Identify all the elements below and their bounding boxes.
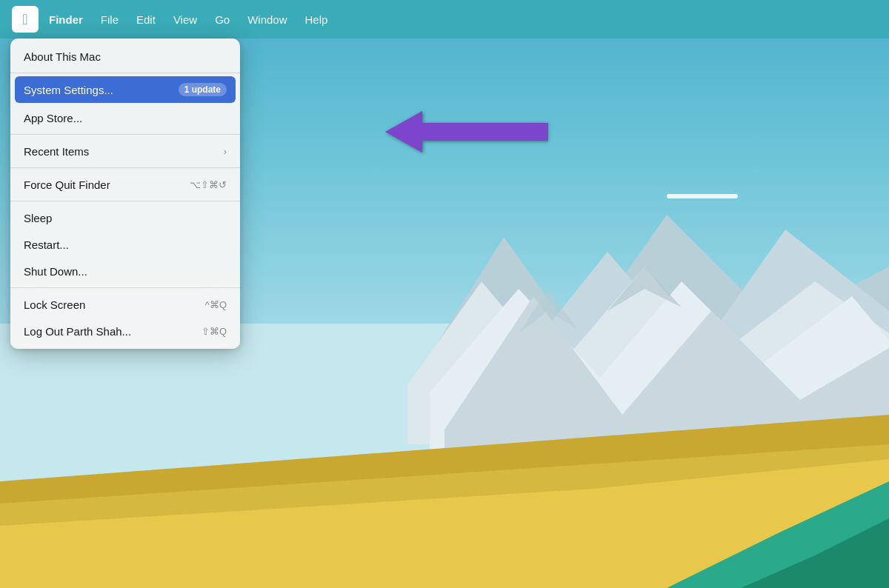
menu-item-restart[interactable]: Restart... bbox=[10, 231, 240, 258]
svg-marker-8 bbox=[667, 481, 889, 588]
menubar-item-view[interactable]: View bbox=[166, 10, 204, 29]
svg-marker-12 bbox=[385, 111, 548, 153]
arrow-icon bbox=[385, 110, 548, 154]
menu-item-shut-down-label: Shut Down... bbox=[24, 265, 87, 278]
menu-item-log-out[interactable]: Log Out Parth Shah... ⇧⌘Q bbox=[10, 318, 240, 344]
menubar-item-window[interactable]: Window bbox=[240, 10, 294, 29]
menu-item-about-label: About This Mac bbox=[24, 50, 101, 63]
menu-item-app-store[interactable]: App Store... bbox=[10, 104, 240, 131]
svg-marker-4 bbox=[444, 296, 889, 481]
menubar-item-help[interactable]: Help bbox=[298, 10, 336, 29]
menu-item-lock-screen-shortcut: ^⌘Q bbox=[205, 299, 227, 310]
menu-item-log-out-shortcut: ⇧⌘Q bbox=[202, 326, 227, 337]
menubar-item-finder[interactable]: Finder bbox=[41, 10, 90, 29]
menu-item-lock-screen[interactable]: Lock Screen ^⌘Q bbox=[10, 291, 240, 318]
menu-item-restart-label: Restart... bbox=[24, 238, 69, 251]
menu-item-sleep[interactable]: Sleep bbox=[10, 204, 240, 231]
update-badge: 1 update bbox=[179, 83, 227, 96]
menubar-items: Finder File Edit View Go Window Help bbox=[41, 10, 335, 29]
menu-item-system-settings-label: System Settings... bbox=[24, 84, 113, 96]
menu-item-force-quit[interactable]: Force Quit Finder ⌥⇧⌘↺ bbox=[10, 171, 240, 198]
menu-item-recent-items[interactable]: Recent Items › bbox=[10, 138, 240, 164]
separator-3 bbox=[10, 167, 240, 168]
separator-2 bbox=[10, 134, 240, 135]
svg-marker-5 bbox=[0, 415, 889, 588]
separator-4 bbox=[10, 201, 240, 201]
menu-item-shut-down[interactable]: Shut Down... bbox=[10, 258, 240, 284]
recent-items-chevron-icon: › bbox=[224, 146, 227, 157]
menu-item-force-quit-shortcut: ⌥⇧⌘↺ bbox=[190, 179, 227, 190]
svg-marker-9 bbox=[741, 518, 889, 588]
menubar:  Finder File Edit View Go Window Help bbox=[0, 0, 889, 39]
menu-item-system-settings[interactable]: System Settings... 1 update bbox=[15, 76, 236, 103]
cloud-stripe bbox=[667, 194, 738, 198]
menu-item-lock-screen-label: Lock Screen bbox=[24, 298, 85, 311]
menubar-item-edit[interactable]: Edit bbox=[129, 10, 163, 29]
menubar-item-file[interactable]: File bbox=[93, 10, 126, 29]
menu-item-about[interactable]: About This Mac bbox=[10, 43, 240, 70]
svg-marker-6 bbox=[0, 444, 889, 588]
separator-5 bbox=[10, 287, 240, 288]
menubar-item-go[interactable]: Go bbox=[207, 10, 237, 29]
menu-item-sleep-label: Sleep bbox=[24, 212, 52, 224]
menu-item-log-out-label: Log Out Parth Shah... bbox=[24, 325, 131, 338]
menu-item-app-store-label: App Store... bbox=[24, 112, 82, 124]
svg-marker-7 bbox=[0, 459, 889, 588]
apple-logo-icon:  bbox=[22, 12, 27, 27]
apple-dropdown-menu: About This Mac System Settings... 1 upda… bbox=[10, 39, 240, 349]
separator-1 bbox=[10, 73, 240, 73]
arrow-annotation bbox=[385, 110, 548, 157]
apple-menu-button[interactable]:  bbox=[12, 6, 39, 33]
menu-item-force-quit-label: Force Quit Finder bbox=[24, 178, 110, 191]
menu-item-recent-items-label: Recent Items bbox=[24, 145, 89, 158]
